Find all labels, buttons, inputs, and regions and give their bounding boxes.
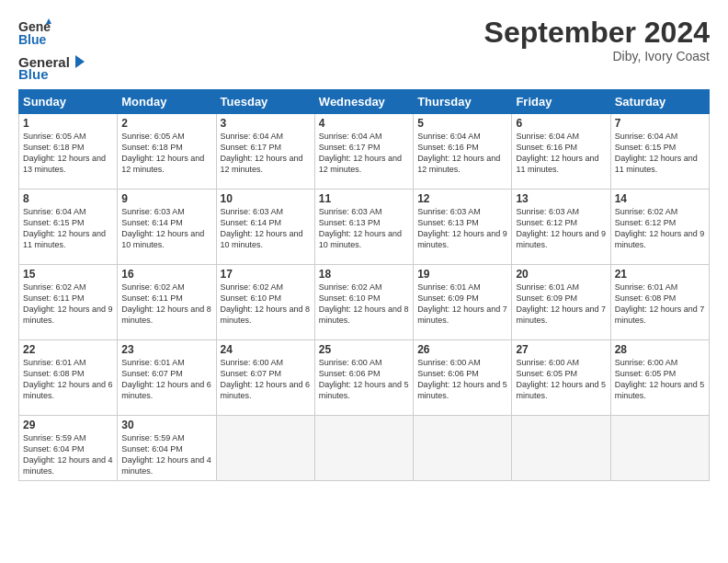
svg-marker-3 [75, 55, 85, 68]
day-number: 18 [319, 268, 409, 281]
empty-cell [610, 416, 709, 481]
svg-text:Blue: Blue [18, 32, 47, 47]
day-info: Sunrise: 6:01 AM Sunset: 6:08 PM Dayligh… [615, 282, 705, 327]
day-number: 12 [417, 192, 507, 205]
empty-cell [314, 416, 413, 481]
table-row: 21 Sunrise: 6:01 AM Sunset: 6:08 PM Dayl… [610, 265, 709, 340]
table-row: 18 Sunrise: 6:02 AM Sunset: 6:10 PM Dayl… [314, 265, 413, 340]
col-tuesday: Tuesday [216, 90, 314, 114]
day-info: Sunrise: 6:01 AM Sunset: 6:07 PM Dayligh… [121, 357, 211, 402]
table-row: 16 Sunrise: 6:02 AM Sunset: 6:11 PM Dayl… [118, 265, 216, 340]
day-number: 6 [516, 117, 606, 130]
col-monday: Monday [118, 90, 216, 114]
table-row: 11 Sunrise: 6:03 AM Sunset: 6:13 PM Dayl… [314, 190, 413, 265]
day-number: 7 [615, 117, 705, 130]
day-info: Sunrise: 5:59 AM Sunset: 6:04 PM Dayligh… [121, 432, 211, 477]
day-info: Sunrise: 6:03 AM Sunset: 6:14 PM Dayligh… [121, 206, 211, 251]
day-number: 27 [516, 343, 606, 356]
day-info: Sunrise: 6:01 AM Sunset: 6:09 PM Dayligh… [417, 282, 507, 327]
day-number: 5 [417, 117, 507, 130]
calendar-row: 1 Sunrise: 6:05 AM Sunset: 6:18 PM Dayli… [19, 114, 710, 190]
empty-cell [512, 416, 610, 481]
day-number: 28 [615, 343, 705, 356]
logo-icon: General Blue [18, 17, 51, 50]
table-row: 7 Sunrise: 6:04 AM Sunset: 6:15 PM Dayli… [610, 114, 709, 190]
day-number: 14 [615, 192, 705, 205]
empty-cell [414, 416, 512, 481]
day-info: Sunrise: 6:04 AM Sunset: 6:16 PM Dayligh… [417, 131, 507, 176]
day-number: 10 [221, 192, 311, 205]
table-row: 14 Sunrise: 6:02 AM Sunset: 6:12 PM Dayl… [610, 190, 709, 265]
table-row: 25 Sunrise: 6:00 AM Sunset: 6:06 PM Dayl… [314, 340, 413, 416]
table-row: 3 Sunrise: 6:04 AM Sunset: 6:17 PM Dayli… [216, 114, 314, 190]
day-number: 24 [221, 343, 311, 356]
day-number: 15 [23, 268, 113, 281]
col-sunday: Sunday [19, 90, 118, 114]
day-info: Sunrise: 6:02 AM Sunset: 6:10 PM Dayligh… [319, 282, 409, 327]
calendar-table: Sunday Monday Tuesday Wednesday Thursday… [18, 89, 710, 481]
table-row: 15 Sunrise: 6:02 AM Sunset: 6:11 PM Dayl… [19, 265, 118, 340]
day-number: 21 [615, 268, 705, 281]
day-number: 16 [121, 268, 211, 281]
table-row: 26 Sunrise: 6:00 AM Sunset: 6:06 PM Dayl… [414, 340, 512, 416]
day-number: 23 [121, 343, 211, 356]
table-row: 24 Sunrise: 6:00 AM Sunset: 6:07 PM Dayl… [216, 340, 314, 416]
table-row: 13 Sunrise: 6:03 AM Sunset: 6:12 PM Dayl… [512, 190, 610, 265]
day-info: Sunrise: 6:02 AM Sunset: 6:11 PM Dayligh… [23, 282, 113, 327]
day-info: Sunrise: 6:02 AM Sunset: 6:10 PM Dayligh… [221, 282, 311, 327]
day-info: Sunrise: 6:05 AM Sunset: 6:18 PM Dayligh… [121, 131, 211, 176]
day-info: Sunrise: 6:03 AM Sunset: 6:12 PM Dayligh… [516, 206, 606, 251]
calendar-row: 29 Sunrise: 5:59 AM Sunset: 6:04 PM Dayl… [19, 416, 710, 481]
day-number: 11 [319, 192, 409, 205]
day-info: Sunrise: 6:01 AM Sunset: 6:08 PM Dayligh… [23, 357, 113, 402]
table-row: 22 Sunrise: 6:01 AM Sunset: 6:08 PM Dayl… [19, 340, 118, 416]
month-title: September 2024 [484, 17, 710, 49]
day-info: Sunrise: 6:00 AM Sunset: 6:06 PM Dayligh… [417, 357, 507, 402]
day-info: Sunrise: 6:03 AM Sunset: 6:13 PM Dayligh… [417, 206, 507, 251]
calendar-body: 1 Sunrise: 6:05 AM Sunset: 6:18 PM Dayli… [19, 114, 710, 481]
table-row: 4 Sunrise: 6:04 AM Sunset: 6:17 PM Dayli… [314, 114, 413, 190]
day-info: Sunrise: 6:00 AM Sunset: 6:07 PM Dayligh… [221, 357, 311, 402]
day-number: 8 [23, 192, 113, 205]
day-info: Sunrise: 6:04 AM Sunset: 6:16 PM Dayligh… [516, 131, 606, 176]
calendar-row: 8 Sunrise: 6:04 AM Sunset: 6:15 PM Dayli… [19, 190, 710, 265]
day-info: Sunrise: 6:00 AM Sunset: 6:05 PM Dayligh… [615, 357, 705, 402]
day-info: Sunrise: 6:01 AM Sunset: 6:09 PM Dayligh… [516, 282, 606, 327]
day-info: Sunrise: 5:59 AM Sunset: 6:04 PM Dayligh… [23, 432, 113, 477]
calendar-row: 22 Sunrise: 6:01 AM Sunset: 6:08 PM Dayl… [19, 340, 710, 416]
col-wednesday: Wednesday [314, 90, 413, 114]
day-info: Sunrise: 6:05 AM Sunset: 6:18 PM Dayligh… [23, 131, 113, 176]
table-row: 9 Sunrise: 6:03 AM Sunset: 6:14 PM Dayli… [118, 190, 216, 265]
table-row: 1 Sunrise: 6:05 AM Sunset: 6:18 PM Dayli… [19, 114, 118, 190]
day-number: 20 [516, 268, 606, 281]
col-thursday: Thursday [414, 90, 512, 114]
day-info: Sunrise: 6:00 AM Sunset: 6:06 PM Dayligh… [319, 357, 409, 402]
day-number: 2 [121, 117, 211, 130]
page-container: General Blue General Blue September 2024… [0, 0, 728, 490]
day-info: Sunrise: 6:04 AM Sunset: 6:15 PM Dayligh… [23, 206, 113, 251]
location: Diby, Ivory Coast [484, 49, 710, 63]
day-number: 30 [121, 419, 211, 431]
table-row: 23 Sunrise: 6:01 AM Sunset: 6:07 PM Dayl… [118, 340, 216, 416]
logo: General Blue General Blue [18, 17, 88, 82]
day-number: 29 [23, 419, 113, 431]
col-saturday: Saturday [610, 90, 709, 114]
table-row: 19 Sunrise: 6:01 AM Sunset: 6:09 PM Dayl… [414, 265, 512, 340]
table-row: 29 Sunrise: 5:59 AM Sunset: 6:04 PM Dayl… [19, 416, 118, 481]
table-row: 30 Sunrise: 5:59 AM Sunset: 6:04 PM Dayl… [118, 416, 216, 481]
day-number: 26 [417, 343, 507, 356]
calendar-header-row: Sunday Monday Tuesday Wednesday Thursday… [19, 90, 710, 114]
empty-cell [216, 416, 314, 481]
day-info: Sunrise: 6:02 AM Sunset: 6:12 PM Dayligh… [615, 206, 705, 251]
table-row: 6 Sunrise: 6:04 AM Sunset: 6:16 PM Dayli… [512, 114, 610, 190]
table-row: 8 Sunrise: 6:04 AM Sunset: 6:15 PM Dayli… [19, 190, 118, 265]
day-info: Sunrise: 6:02 AM Sunset: 6:11 PM Dayligh… [121, 282, 211, 327]
day-number: 17 [221, 268, 311, 281]
day-info: Sunrise: 6:03 AM Sunset: 6:14 PM Dayligh… [221, 206, 311, 251]
table-row: 20 Sunrise: 6:01 AM Sunset: 6:09 PM Dayl… [512, 265, 610, 340]
table-row: 28 Sunrise: 6:00 AM Sunset: 6:05 PM Dayl… [610, 340, 709, 416]
title-area: September 2024 Diby, Ivory Coast [484, 17, 710, 63]
table-row: 27 Sunrise: 6:00 AM Sunset: 6:05 PM Dayl… [512, 340, 610, 416]
day-number: 3 [221, 117, 311, 130]
day-number: 19 [417, 268, 507, 281]
